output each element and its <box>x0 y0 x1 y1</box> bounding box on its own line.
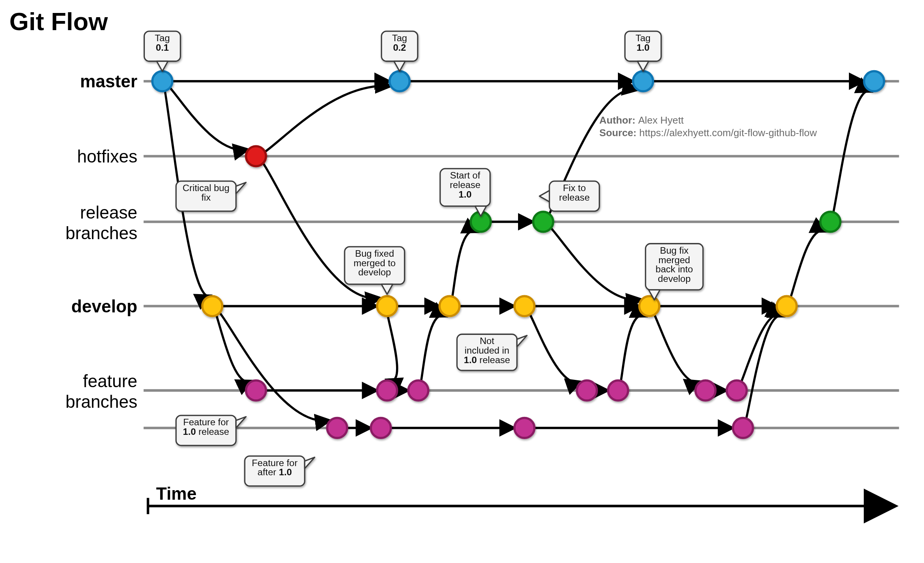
lane-label-release: release <box>80 203 137 222</box>
edge-d1-f1a <box>212 306 251 382</box>
callout-bugfixdev: Bug fixedmerged todevelop <box>345 247 404 294</box>
edge-f2d-d6 <box>743 315 783 428</box>
svg-point-14 <box>246 146 266 166</box>
svg-text:Start of: Start of <box>450 170 480 180</box>
commit-f1d <box>577 380 597 400</box>
lane-label-feature1: feature <box>83 371 138 391</box>
svg-point-16 <box>533 212 553 232</box>
commit-h1 <box>246 146 266 166</box>
svg-text:Time: Time <box>156 484 196 503</box>
commit-m4 <box>864 71 884 91</box>
svg-text:Author: Alex Hyett: Author: Alex Hyett <box>599 114 684 126</box>
svg-point-17 <box>820 212 840 232</box>
edge-f1c-d3 <box>418 315 446 391</box>
commit-f1b <box>377 380 397 400</box>
svg-text:Tag: Tag <box>635 33 651 43</box>
callout-fixrel: Fix torelease <box>539 181 599 211</box>
commit-f1f <box>696 380 715 400</box>
commit-r3 <box>820 212 840 232</box>
commit-f1c <box>408 380 428 400</box>
svg-point-24 <box>246 380 266 400</box>
callout-tag02: Tag0.2 <box>382 31 418 71</box>
svg-text:merged to: merged to <box>353 258 396 268</box>
svg-point-12 <box>633 71 653 91</box>
edge-r2-d5 <box>543 222 641 300</box>
svg-text:after 1.0: after 1.0 <box>258 467 292 477</box>
commit-d6 <box>776 296 796 316</box>
svg-text:back into: back into <box>656 264 693 274</box>
svg-text:Bug fix: Bug fix <box>660 245 689 256</box>
svg-point-26 <box>408 380 428 400</box>
commit-f2c <box>515 418 534 438</box>
svg-text:fix: fix <box>201 192 211 203</box>
svg-point-10 <box>152 71 172 91</box>
svg-point-27 <box>577 380 597 400</box>
svg-point-29 <box>696 380 715 400</box>
edge-h1-m2 <box>256 86 390 156</box>
svg-text:1.0: 1.0 <box>637 42 650 53</box>
commit-d2 <box>377 296 397 316</box>
svg-text:branches: branches <box>66 223 138 243</box>
svg-text:Tag: Tag <box>155 33 170 43</box>
svg-text:1.0 release: 1.0 release <box>183 426 229 437</box>
svg-point-19 <box>377 296 397 316</box>
svg-point-11 <box>390 71 409 91</box>
svg-text:release: release <box>559 192 590 203</box>
svg-text:1.0: 1.0 <box>459 189 472 199</box>
commit-d5 <box>639 296 659 316</box>
svg-text:Feature for: Feature for <box>252 458 298 468</box>
svg-point-28 <box>608 380 628 400</box>
svg-point-34 <box>733 418 753 438</box>
callout-tag01: Tag0.1 <box>144 31 180 71</box>
svg-point-31 <box>327 418 347 438</box>
edge-d4-f1d <box>525 306 581 383</box>
svg-text:Feature for: Feature for <box>183 417 229 427</box>
edge-f1g-d6 <box>737 315 781 391</box>
edge-d1-f2a <box>212 306 330 421</box>
lane-label-hotfixes: hotfixes <box>77 146 137 166</box>
svg-text:release: release <box>450 180 481 190</box>
svg-text:Bug fixed: Bug fixed <box>355 248 394 259</box>
commit-m2 <box>390 71 409 91</box>
svg-point-21 <box>515 296 534 316</box>
gitflow-diagram: Git Flow Author: Alex Hyett Source: http… <box>0 0 924 562</box>
commit-m1 <box>152 71 172 91</box>
attribution: Author: Alex Hyett Source: https://alexh… <box>599 114 817 138</box>
commit-f1a <box>246 380 266 400</box>
svg-point-18 <box>202 296 222 316</box>
edge-d6-r3 <box>787 230 826 306</box>
callout-notincl: Notincluded in1.0 release <box>457 334 527 370</box>
edge-d3-r1 <box>449 231 477 306</box>
callout-featfor10: Feature for1.0 release <box>176 415 246 446</box>
edge-m1-h1 <box>162 81 248 150</box>
commit-f2b <box>371 418 391 438</box>
svg-point-23 <box>776 296 796 316</box>
callout-critbug: Critical bugfix <box>176 181 246 211</box>
svg-text:merged: merged <box>658 255 690 265</box>
edge-f1e-d5 <box>618 315 645 391</box>
diagram-title: Git Flow <box>10 8 108 35</box>
svg-text:included in: included in <box>465 345 509 355</box>
callout-featafter10: Feature forafter 1.0 <box>245 456 314 486</box>
commit-d4 <box>515 296 534 316</box>
lane-label-develop: develop <box>71 296 137 316</box>
callout-startrel: Start ofrelease1.0 <box>440 169 490 216</box>
svg-text:branches: branches <box>66 392 138 412</box>
svg-point-20 <box>440 296 459 316</box>
commit-d3 <box>440 296 459 316</box>
svg-text:Not: Not <box>480 336 494 346</box>
lane-label-master: master <box>80 71 138 91</box>
callout-tag10: Tag1.0 <box>625 31 661 71</box>
svg-point-32 <box>371 418 391 438</box>
commit-f1e <box>608 380 628 400</box>
commit-f2d <box>733 418 753 438</box>
svg-text:Tag: Tag <box>392 33 407 43</box>
commit-m3 <box>633 71 653 91</box>
svg-point-13 <box>864 71 884 91</box>
commit-d1 <box>202 296 222 316</box>
svg-point-30 <box>727 380 746 400</box>
svg-text:1.0 release: 1.0 release <box>464 355 510 365</box>
commit-f2a <box>327 418 347 438</box>
svg-text:Fix to: Fix to <box>563 183 586 193</box>
time-axis: Time <box>148 484 893 514</box>
